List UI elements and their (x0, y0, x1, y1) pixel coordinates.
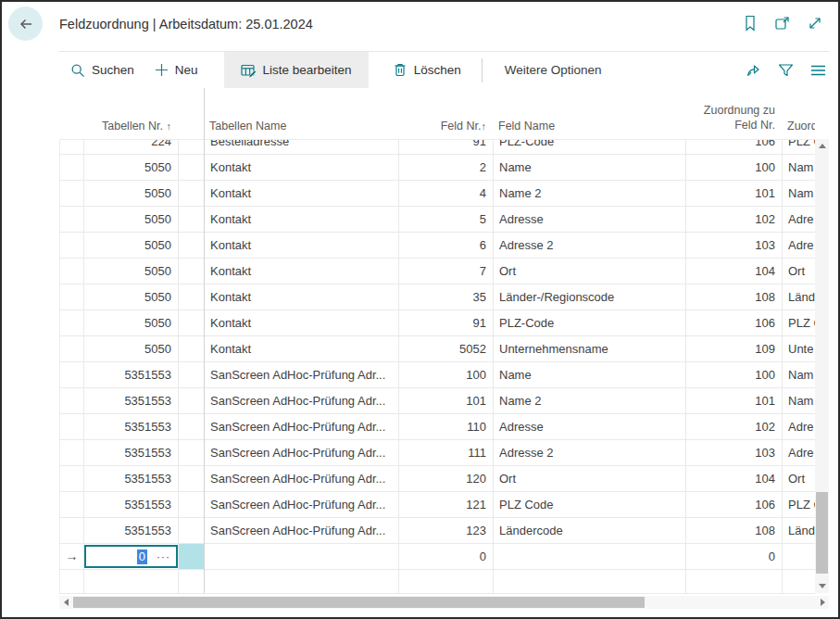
header-zuordnung-feld-nr[interactable]: Zuordnung zuFeld Nr. (685, 103, 782, 133)
expand-icon[interactable] (806, 14, 823, 32)
cell-tabellen-nr[interactable]: 5351553 (84, 440, 179, 465)
cell-zuordnung-feld-name[interactable]: PLZ C (783, 140, 815, 154)
cell-feld-nr[interactable]: 91 (399, 140, 494, 154)
edit-cell-tabellen-nr[interactable]: 0 ··· (84, 544, 179, 569)
cell-narrow[interactable] (179, 181, 205, 206)
share-icon[interactable] (745, 61, 762, 79)
cell-feld-nr[interactable]: 100 (399, 362, 494, 387)
cell-tabellen-name[interactable]: SanScreen AdHoc-Prüfung Adr... (205, 440, 399, 465)
cell-zuordnung-feld-name[interactable]: Nam (783, 362, 816, 387)
cell-narrow[interactable] (179, 414, 205, 439)
cell-gutter[interactable] (60, 336, 84, 361)
cell-zuordnung-feld-nr[interactable]: 101 (686, 388, 783, 413)
cell-tabellen-name[interactable]: Kontakt (205, 181, 399, 206)
cell-zuordnung-feld-nr[interactable]: 101 (686, 181, 783, 206)
cell-gutter[interactable] (60, 362, 84, 387)
vertical-scrollbar[interactable] (815, 139, 829, 593)
header-tabellen-name[interactable]: Tabellen Name (204, 120, 398, 133)
cell-tabellen-name[interactable]: SanScreen AdHoc-Prüfung Adr... (205, 518, 399, 543)
cell-tabellen-nr[interactable]: 5050 (84, 233, 179, 258)
cell-tabellen-name[interactable]: SanScreen AdHoc-Prüfung Adr... (205, 388, 399, 413)
cell-zuordnung-feld-nr[interactable]: 109 (686, 336, 783, 361)
edit-cell-zuordnung-name[interactable] (783, 544, 816, 569)
cell-feld-nr[interactable]: 2 (399, 155, 494, 180)
cell-gutter[interactable] (60, 414, 84, 439)
horizontal-scrollbar-thumb[interactable] (73, 597, 645, 608)
cell-zuordnung-feld-nr[interactable]: 106 (686, 492, 783, 517)
cell-feld-nr[interactable]: 4 (399, 181, 494, 206)
cell-gutter[interactable] (60, 259, 84, 284)
cell-gutter[interactable] (60, 140, 84, 154)
cell-zuordnung-feld-nr[interactable]: 108 (686, 518, 783, 543)
cell-narrow[interactable] (179, 518, 205, 543)
cell-tabellen-nr[interactable]: 5351553 (84, 518, 179, 543)
edit-list-button[interactable]: Liste bearbeiten (224, 52, 369, 88)
cell-narrow[interactable] (179, 284, 205, 310)
cell-gutter[interactable] (60, 466, 84, 491)
cell-feld-nr[interactable]: 91 (399, 310, 494, 335)
cell-zuordnung-feld-nr[interactable]: 100 (686, 155, 783, 180)
cell-narrow[interactable] (179, 140, 205, 154)
cell-tabellen-nr[interactable]: 5050 (84, 181, 179, 206)
cell-gutter[interactable] (60, 155, 84, 180)
cell-zuordnung-feld-nr[interactable]: 103 (686, 233, 783, 258)
cell-zuordnung-feld-nr[interactable]: 104 (686, 259, 783, 284)
cell-narrow[interactable] (179, 259, 205, 284)
cell-feld-name[interactable]: PLZ-Code (494, 140, 686, 154)
cell-feld-name[interactable]: Ländercode (494, 518, 686, 543)
scroll-up-button[interactable] (815, 139, 829, 153)
cell-gutter[interactable] (60, 310, 84, 335)
cell-tabellen-nr[interactable]: 5050 (84, 284, 179, 310)
cell-feld-name[interactable]: PLZ Code (494, 492, 686, 517)
cell-tabellen-name[interactable]: Kontakt (205, 233, 399, 258)
header-zuordnung-feld-name[interactable]: Zuordnu (782, 120, 815, 133)
cell-zuordnung-feld-name[interactable]: Adre (783, 414, 816, 439)
cell-tabellen-name[interactable]: SanScreen AdHoc-Prüfung Adr... (205, 362, 399, 387)
cell-feld-nr[interactable]: 120 (399, 466, 494, 491)
cell-feld-name[interactable]: Name 2 (494, 388, 686, 413)
cell-feld-name[interactable]: Name (494, 155, 686, 180)
cell-feld-nr[interactable]: 6 (399, 233, 494, 258)
list-icon[interactable] (809, 61, 827, 79)
search-button[interactable]: Suchen (70, 52, 134, 88)
back-button[interactable] (8, 6, 43, 41)
header-feld-nr[interactable]: Feld Nr.↑ (398, 120, 493, 133)
cell-feld-name[interactable]: Adresse (494, 414, 686, 439)
cell-zuordnung-feld-nr[interactable]: 104 (686, 466, 783, 491)
cell-zuordnung-feld-name[interactable]: Länd (783, 284, 816, 310)
cell-zuordnung-feld-nr[interactable]: 102 (686, 207, 783, 232)
cell-zuordnung-feld-nr[interactable]: 102 (686, 414, 783, 439)
more-options-button[interactable]: Weitere Optionen (505, 52, 602, 88)
bookmark-icon[interactable] (741, 14, 759, 32)
cell-zuordnung-feld-name[interactable]: Nam (783, 155, 816, 180)
cell-tabellen-name[interactable]: SanScreen AdHoc-Prüfung Adr... (205, 414, 399, 439)
scroll-left-button[interactable] (59, 596, 72, 609)
cell-gutter[interactable] (60, 518, 84, 543)
cell-tabellen-nr[interactable]: 5351553 (84, 388, 179, 413)
cell-zuordnung-feld-nr[interactable]: 100 (686, 362, 783, 387)
cell-zuordnung-feld-name[interactable]: Adre (783, 440, 816, 465)
cell-zuordnung-feld-name[interactable]: PLZ C (783, 310, 816, 335)
cell-zuordnung-feld-nr[interactable]: 106 (686, 310, 783, 335)
cell-feld-nr[interactable]: 111 (399, 440, 494, 465)
edit-cell-feld-name[interactable] (494, 544, 686, 569)
cell-feld-name[interactable]: Unternehmensname (494, 336, 686, 361)
cell-feld-name[interactable]: Ort (494, 466, 686, 491)
cell-gutter[interactable] (60, 207, 84, 232)
cell-tabellen-name[interactable]: SanScreen AdHoc-Prüfung Adr... (205, 466, 399, 491)
cell-tabellen-name[interactable]: Kontakt (205, 284, 399, 310)
cell-zuordnung-feld-nr[interactable]: 103 (686, 440, 783, 465)
cell-gutter[interactable] (60, 388, 84, 413)
cell-narrow[interactable] (179, 233, 205, 258)
delete-button[interactable]: Löschen (383, 52, 470, 88)
filter-icon[interactable] (777, 61, 795, 79)
cell-tabellen-nr[interactable]: 5050 (84, 336, 179, 361)
cell-narrow[interactable] (179, 388, 205, 413)
cell-tabellen-name[interactable]: Kontakt (205, 259, 399, 284)
cell-zuordnung-feld-name[interactable]: Ort (783, 466, 816, 491)
scroll-down-button[interactable] (815, 579, 829, 593)
edit-cell-feld-nr[interactable]: 0 (399, 544, 494, 569)
cell-tabellen-nr[interactable]: 5050 (84, 155, 179, 180)
cell-tabellen-nr[interactable]: 5050 (84, 310, 179, 335)
tabellen-nr-input[interactable]: 0 ··· (84, 545, 178, 568)
